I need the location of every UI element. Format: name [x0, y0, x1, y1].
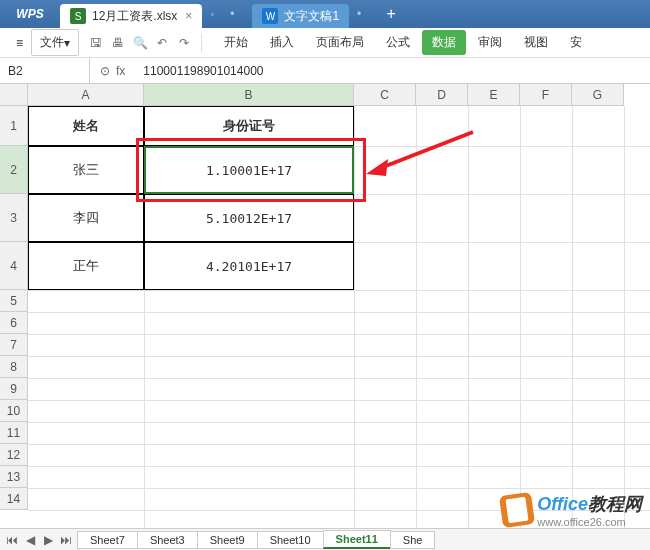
row-header[interactable]: 2: [0, 146, 28, 194]
sheet-nav: ⏮ ◀ ▶ ⏭: [0, 533, 78, 547]
nav-first-icon[interactable]: ⏮: [4, 533, 20, 547]
cell-b4[interactable]: 4.20101E+17: [144, 242, 354, 290]
spreadsheet-icon: S: [70, 8, 86, 24]
cells-area[interactable]: 姓名 身份证号 张三 1.10001E+17 李四 5.10012E+17 正午…: [28, 106, 650, 534]
separator: •: [349, 7, 369, 21]
sheet-tab[interactable]: Sheet10: [257, 531, 324, 549]
select-all-corner[interactable]: [0, 84, 28, 106]
redo-icon[interactable]: ↷: [175, 34, 193, 52]
svg-marker-1: [366, 159, 388, 176]
cell-a1[interactable]: 姓名: [28, 106, 144, 146]
tab-layout[interactable]: 页面布局: [306, 30, 374, 55]
bulb-icon: ◦: [202, 7, 222, 21]
row-header[interactable]: 14: [0, 488, 28, 510]
preview-icon[interactable]: 🔍: [131, 34, 149, 52]
document-icon: W: [262, 8, 278, 24]
watermark-title: Office教程网: [537, 492, 642, 516]
tab-view[interactable]: 视图: [514, 30, 558, 55]
tab-data[interactable]: 数据: [422, 30, 466, 55]
cell-a3[interactable]: 李四: [28, 194, 144, 242]
row-header[interactable]: 12: [0, 444, 28, 466]
file-menu[interactable]: 文件 ▾: [31, 29, 79, 56]
file-tab-active[interactable]: S 12月工资表.xlsx ×: [60, 4, 202, 28]
row-header[interactable]: 6: [0, 312, 28, 334]
column-headers: A B C D E F G: [28, 84, 650, 106]
cell-a2[interactable]: 张三: [28, 146, 144, 194]
menu-icon[interactable]: ≡: [8, 32, 31, 54]
file-tab-doc[interactable]: W 文字文稿1: [252, 4, 349, 28]
formula-input[interactable]: 110001198901014000: [135, 58, 650, 83]
cell-a4[interactable]: 正午: [28, 242, 144, 290]
cell-b3[interactable]: 5.10012E+17: [144, 194, 354, 242]
wps-logo: WPS: [0, 7, 60, 21]
titlebar: WPS S 12月工资表.xlsx × ◦ • W 文字文稿1 • +: [0, 0, 650, 28]
sheet-tab[interactable]: Sheet3: [137, 531, 198, 549]
nav-next-icon[interactable]: ▶: [40, 533, 56, 547]
name-box[interactable]: B2: [0, 58, 90, 83]
save-icon[interactable]: 🖫: [87, 34, 105, 52]
tab-more[interactable]: 安: [560, 30, 592, 55]
watermark-logo-icon: [499, 492, 535, 528]
col-header-f[interactable]: F: [520, 84, 572, 106]
svg-line-0: [378, 132, 473, 169]
row-header[interactable]: 10: [0, 400, 28, 422]
spreadsheet-grid: A B C D E F G 1 2 3 4 5 6 7 8 9 10 11 12…: [0, 84, 650, 534]
col-header-e[interactable]: E: [468, 84, 520, 106]
print-icon[interactable]: 🖶: [109, 34, 127, 52]
watermark-url: www.office26.com: [537, 516, 642, 528]
nav-last-icon[interactable]: ⏭: [58, 533, 74, 547]
tab-start[interactable]: 开始: [214, 30, 258, 55]
col-header-c[interactable]: C: [354, 84, 416, 106]
formula-bar: B2 ⊙ fx 110001198901014000: [0, 58, 650, 84]
row-header[interactable]: 3: [0, 194, 28, 242]
row-header[interactable]: 1: [0, 106, 28, 146]
tab-label: 文字文稿1: [284, 8, 339, 25]
watermark: Office教程网 www.office26.com: [501, 492, 642, 528]
ribbon-tabs: 开始 插入 页面布局 公式 数据 审阅 视图 安: [214, 30, 592, 55]
row-header[interactable]: 11: [0, 422, 28, 444]
sheet-tab[interactable]: Sheet7: [77, 531, 138, 549]
close-icon[interactable]: ×: [185, 9, 192, 23]
sheet-tab[interactable]: She: [390, 531, 436, 549]
cell-b2[interactable]: 1.10001E+17: [144, 146, 354, 194]
fx-area: ⊙ fx: [90, 64, 135, 78]
col-header-a[interactable]: A: [28, 84, 144, 106]
nav-prev-icon[interactable]: ◀: [22, 533, 38, 547]
row-header[interactable]: 9: [0, 378, 28, 400]
row-header[interactable]: 13: [0, 466, 28, 488]
row-header[interactable]: 4: [0, 242, 28, 290]
tab-label: 12月工资表.xlsx: [92, 8, 177, 25]
row-header[interactable]: 7: [0, 334, 28, 356]
sheet-tab-active[interactable]: Sheet11: [323, 530, 391, 549]
row-header[interactable]: 5: [0, 290, 28, 312]
undo-icon[interactable]: ↶: [153, 34, 171, 52]
separator: •: [222, 7, 242, 21]
tab-insert[interactable]: 插入: [260, 30, 304, 55]
sheet-tab[interactable]: Sheet9: [197, 531, 258, 549]
col-header-d[interactable]: D: [416, 84, 468, 106]
fx-label[interactable]: fx: [116, 64, 125, 78]
row-header[interactable]: 8: [0, 356, 28, 378]
menubar: ≡ 文件 ▾ 🖫 🖶 🔍 ↶ ↷ 开始 插入 页面布局 公式 数据 审阅 视图 …: [0, 28, 650, 58]
col-header-g[interactable]: G: [572, 84, 624, 106]
col-header-b[interactable]: B: [144, 84, 354, 106]
row-headers: 1 2 3 4 5 6 7 8 9 10 11 12 13 14: [0, 106, 28, 510]
quick-access-toolbar: 🖫 🖶 🔍 ↶ ↷: [87, 34, 202, 52]
sheet-tabs-bar: ⏮ ◀ ▶ ⏭ Sheet7 Sheet3 Sheet9 Sheet10 She…: [0, 528, 650, 550]
fx-search-icon[interactable]: ⊙: [100, 64, 110, 78]
tab-formula[interactable]: 公式: [376, 30, 420, 55]
add-tab-button[interactable]: +: [379, 5, 403, 23]
cell-b1[interactable]: 身份证号: [144, 106, 354, 146]
tab-review[interactable]: 审阅: [468, 30, 512, 55]
